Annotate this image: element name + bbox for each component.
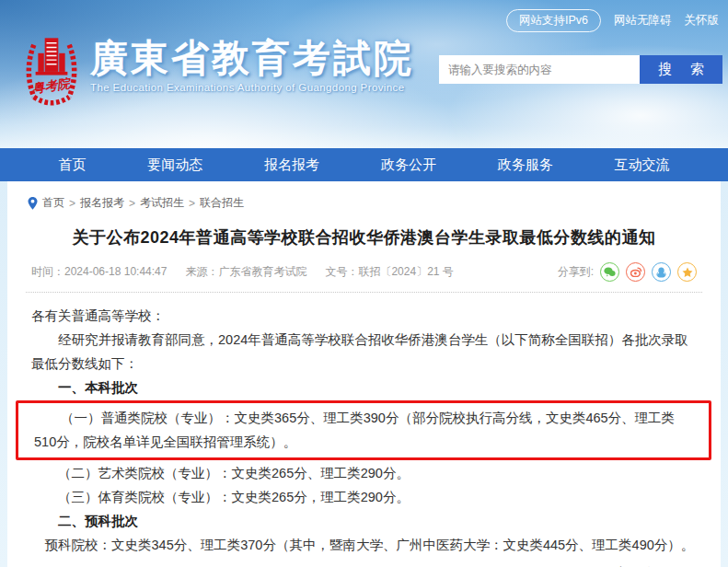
nav-item-gov-services[interactable]: 政务服务	[498, 156, 553, 174]
article-meta: 时间：2024-06-18 10:44:47 来源：广东省教育考试院 文号：联招…	[26, 260, 702, 293]
general-category-paragraph: （一）普通类院校（专业）：文史类365分、理工类390分（部分院校执行高分线，文…	[34, 406, 694, 454]
meta-doc-number: 文号：联招〔2024〕21 号	[325, 264, 453, 280]
site-header: 网站支持IPv6 网站无障碍 关怀版 粤考院 廣東省教育考試院 The Educ…	[0, 0, 728, 148]
section-heading-undergraduate: 一、本科批次	[31, 376, 697, 399]
nav-item-registration[interactable]: 报名报考	[264, 156, 319, 174]
accessibility-link[interactable]: 网站无障碍	[614, 13, 672, 29]
intro-paragraph: 经研究并报请教育部同意，2024年普通高等学校联合招收华侨港澳台学生（以下简称全…	[31, 328, 697, 376]
nav-item-news[interactable]: 要闻动态	[147, 156, 202, 174]
breadcrumb-separator: >	[69, 197, 75, 210]
site-name-english: The Education Examinations Authority of …	[90, 82, 414, 93]
breadcrumb-item-registration[interactable]: 报名报考	[80, 195, 124, 211]
search-input[interactable]	[439, 55, 640, 84]
share-qzone-star-icon[interactable]	[677, 262, 697, 282]
breadcrumb: 首页 > 报名报考 > 考试招生 > 联合招生	[26, 193, 702, 211]
ipv6-badge[interactable]: 网站支持IPv6	[506, 9, 601, 32]
care-version-link[interactable]: 关怀版	[685, 13, 720, 29]
meta-source: 来源：广东省教育考试院	[185, 264, 306, 280]
breadcrumb-separator: >	[189, 197, 195, 210]
share-weibo-icon[interactable]	[626, 262, 645, 282]
signature-block: 中华人民共和国普通高等学校 联合招收华侨港澳台学生办公室 2024年6月17日	[31, 561, 697, 567]
site-logo-seal[interactable]: 粤考院	[22, 31, 81, 110]
location-pin-icon	[28, 197, 38, 210]
search-button[interactable]: 搜 索	[640, 55, 722, 84]
share-wechat-icon[interactable]	[600, 262, 619, 282]
site-name: 廣東省教育考試院	[90, 37, 414, 79]
section-heading-preparatory: 二、预科批次	[31, 509, 697, 533]
nav-item-gov-disclosure[interactable]: 政务公开	[381, 156, 436, 174]
header-top-links: 网站支持IPv6 网站无障碍 关怀版	[506, 9, 719, 32]
search-box: 搜 索	[439, 55, 722, 84]
meta-time: 时间：2024-06-18 10:44:47	[31, 264, 167, 280]
article-body: 各有关普通高等学校： 经研究并报请教育部同意，2024年普通高等学校联合招收华侨…	[26, 293, 702, 567]
breadcrumb-item-home[interactable]: 首页	[42, 195, 64, 211]
share-qq-icon[interactable]	[652, 262, 671, 282]
nav-item-home[interactable]: 首页	[58, 156, 86, 174]
article-title: 关于公布2024年普通高等学校联合招收华侨港澳台学生录取最低分数线的通知	[35, 226, 693, 249]
breadcrumb-item-joint-admission[interactable]: 联合招生	[200, 195, 244, 211]
main-nav: 首页 要闻动态 报名报考 政务公开 政务服务 互动交流	[0, 148, 728, 181]
salutation-paragraph: 各有关普通高等学校：	[31, 304, 697, 328]
highlighted-score-box: （一）普通类院校（专业）：文史类365分、理工类390分（部分院校执行高分线，文…	[16, 400, 711, 460]
signature-line-1: 中华人民共和国普通高等学校	[31, 561, 697, 567]
share-label: 分享到:	[558, 264, 594, 280]
breadcrumb-item-exam-admission[interactable]: 考试招生	[140, 195, 184, 211]
content-panel: 首页 > 报名报考 > 考试招生 > 联合招生 关于公布2024年普通高等学校联…	[7, 181, 721, 567]
nav-item-interaction[interactable]: 互动交流	[615, 156, 670, 174]
preparatory-paragraph: 预科院校：文史类345分、理工类370分（其中，暨南大学、广州中医药大学：文史类…	[31, 533, 697, 557]
seal-text: 粤考院	[31, 76, 73, 96]
art-category-paragraph: （二）艺术类院校（专业）：文史类265分、理工类290分。	[31, 461, 697, 485]
breadcrumb-separator: >	[129, 197, 135, 210]
sports-category-paragraph: （三）体育类院校（专业）：文史类265分，理工类290分。	[31, 485, 697, 509]
